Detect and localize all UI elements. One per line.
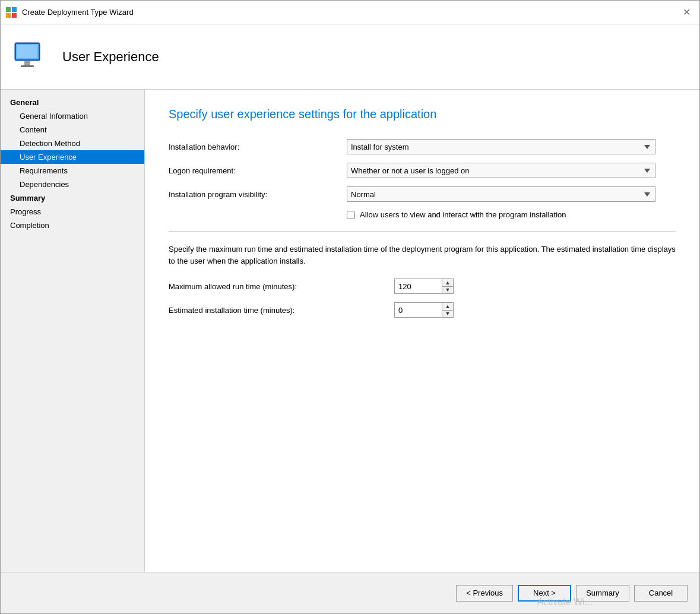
svg-rect-7 bbox=[24, 61, 30, 65]
svg-rect-3 bbox=[12, 13, 17, 18]
window-title: Create Deployment Type Wizard bbox=[22, 8, 134, 17]
sidebar: General General Information Content Dete… bbox=[1, 90, 145, 572]
max-run-time-label: Maximum allowed run time (minutes): bbox=[169, 282, 394, 291]
page-title: Specify user experience settings for the… bbox=[169, 107, 676, 121]
form-divider bbox=[169, 231, 676, 232]
previous-button[interactable]: < Previous bbox=[456, 585, 513, 602]
sidebar-item-detection-method[interactable]: Detection Method bbox=[1, 137, 144, 150]
est-install-time-row: Estimated installation time (minutes): ▲… bbox=[169, 302, 676, 318]
logon-requirement-control: Whether or not a user is logged on Only … bbox=[347, 163, 655, 178]
max-run-time-input[interactable] bbox=[394, 278, 442, 294]
allow-users-checkbox[interactable] bbox=[347, 211, 355, 219]
est-install-time-increment-button[interactable]: ▲ bbox=[442, 303, 453, 311]
content-area: General General Information Content Dete… bbox=[1, 90, 699, 572]
footer: < Previous Next > Summary Cancel Activat… bbox=[1, 572, 699, 613]
logon-requirement-dropdown[interactable]: Whether or not a user is logged on Only … bbox=[347, 163, 655, 178]
est-install-time-label: Estimated installation time (minutes): bbox=[169, 306, 394, 315]
svg-rect-1 bbox=[12, 7, 17, 12]
description-text: Specify the maximum run time and estimat… bbox=[169, 243, 676, 267]
sidebar-item-user-experience[interactable]: User Experience bbox=[1, 150, 144, 164]
installation-behavior-dropdown[interactable]: Install for system Install for user Inst… bbox=[347, 139, 655, 154]
installation-visibility-control: Normal Hidden Minimized Maximized bbox=[347, 186, 655, 202]
est-install-time-spinbox-buttons: ▲ ▼ bbox=[442, 302, 454, 318]
installation-behavior-label: Installation behavior: bbox=[169, 143, 347, 151]
close-button[interactable]: ✕ bbox=[678, 4, 695, 21]
sidebar-completion-label: Completion bbox=[1, 219, 144, 232]
title-bar: Create Deployment Type Wizard ✕ bbox=[1, 1, 699, 24]
wizard-icon bbox=[5, 7, 17, 18]
svg-rect-8 bbox=[21, 65, 34, 67]
max-run-time-spinbox: ▲ ▼ bbox=[394, 278, 454, 294]
sidebar-summary-label: Summary bbox=[1, 191, 144, 205]
svg-rect-0 bbox=[6, 7, 11, 12]
installation-visibility-label: Installation program visibility: bbox=[169, 190, 347, 199]
header-monitor-icon bbox=[12, 38, 50, 76]
sidebar-item-general-information[interactable]: General Information bbox=[1, 109, 144, 123]
installation-visibility-row: Installation program visibility: Normal … bbox=[169, 186, 676, 202]
svg-rect-6 bbox=[17, 45, 37, 58]
cancel-button[interactable]: Cancel bbox=[634, 585, 688, 602]
sidebar-item-requirements[interactable]: Requirements bbox=[1, 164, 144, 178]
logon-requirement-label: Logon requirement: bbox=[169, 166, 347, 175]
max-run-time-increment-button[interactable]: ▲ bbox=[442, 279, 453, 287]
title-bar-left: Create Deployment Type Wizard bbox=[5, 7, 134, 18]
svg-rect-2 bbox=[6, 13, 11, 18]
next-button[interactable]: Next > bbox=[518, 585, 571, 602]
max-run-time-spinbox-buttons: ▲ ▼ bbox=[442, 278, 454, 294]
installation-behavior-row: Installation behavior: Install for syste… bbox=[169, 139, 676, 154]
max-run-time-row: Maximum allowed run time (minutes): ▲ ▼ bbox=[169, 278, 676, 294]
sidebar-item-content[interactable]: Content bbox=[1, 123, 144, 137]
sidebar-progress-label: Progress bbox=[1, 205, 144, 219]
summary-button[interactable]: Summary bbox=[576, 585, 629, 602]
est-install-time-decrement-button[interactable]: ▼ bbox=[442, 311, 453, 318]
wizard-window: Create Deployment Type Wizard ✕ User Exp… bbox=[0, 0, 700, 614]
header-title: User Experience bbox=[62, 49, 159, 65]
logon-requirement-row: Logon requirement: Whether or not a user… bbox=[169, 163, 676, 178]
sidebar-group-label: General bbox=[1, 96, 144, 109]
est-install-time-spinbox: ▲ ▼ bbox=[394, 302, 454, 318]
max-run-time-decrement-button[interactable]: ▼ bbox=[442, 287, 453, 294]
header-section: User Experience bbox=[1, 24, 699, 90]
est-install-time-input[interactable] bbox=[394, 302, 442, 318]
sidebar-item-dependencies[interactable]: Dependencies bbox=[1, 178, 144, 191]
installation-visibility-dropdown[interactable]: Normal Hidden Minimized Maximized bbox=[347, 186, 655, 202]
installation-behavior-control: Install for system Install for user Inst… bbox=[347, 139, 655, 154]
allow-users-label: Allow users to view and interact with th… bbox=[360, 210, 566, 219]
allow-users-checkbox-row: Allow users to view and interact with th… bbox=[347, 210, 676, 219]
main-content: Specify user experience settings for the… bbox=[145, 90, 699, 572]
